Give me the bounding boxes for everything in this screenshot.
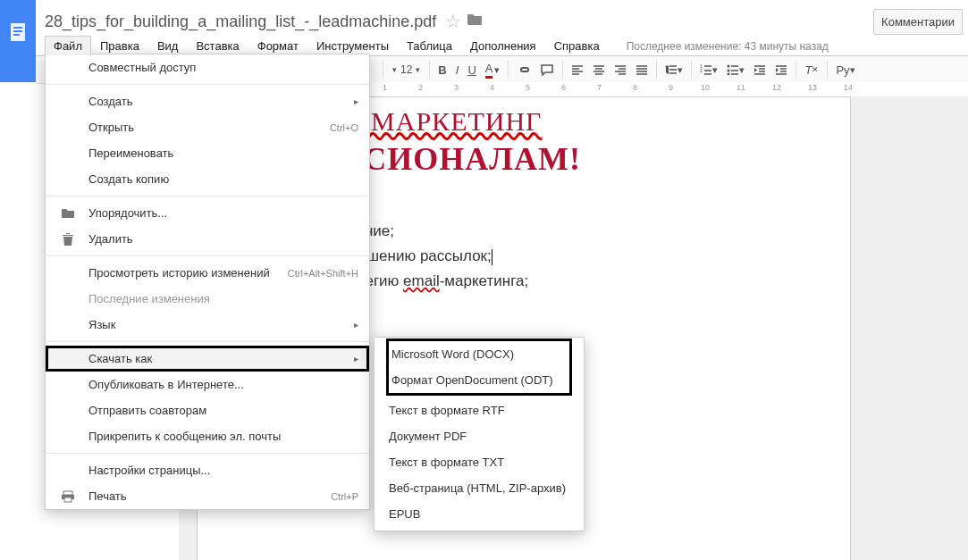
shortcut-label: Ctrl+Alt+Shift+H (288, 268, 358, 279)
menu-new[interactable]: Создать▸ (46, 88, 369, 114)
ruler-mark: 13 (808, 83, 817, 92)
ruler-mark: 14 (844, 83, 853, 92)
download-epub[interactable]: EPUB (375, 501, 584, 527)
print-icon (60, 490, 76, 503)
folder-icon[interactable] (467, 13, 483, 31)
menu-make-copy[interactable]: Создать копию (46, 166, 369, 192)
ruler-mark: 11 (737, 83, 745, 92)
title-row: 28_tips_for_building_a_mailing_list_-_le… (45, 11, 861, 32)
document-title[interactable]: 28_tips_for_building_a_mailing_list_-_le… (45, 13, 445, 31)
ruler-mark: 10 (701, 83, 710, 92)
svg-point-8 (728, 70, 730, 72)
align-center-button[interactable] (588, 60, 610, 79)
submenu-highlight-box: Microsoft Word (DOCX) Формат OpenDocumen… (386, 339, 572, 396)
ruler-mark: 5 (526, 83, 530, 92)
menu-publish[interactable]: Опубликовать в Интернете... (46, 372, 369, 397)
menu-file[interactable]: Файл (45, 36, 91, 56)
menu-separator (46, 84, 369, 85)
menu-open[interactable]: ОткрытьCtrl+O (46, 114, 369, 140)
download-html[interactable]: Веб-страница (HTML, ZIP-архив) (375, 475, 584, 501)
svg-rect-2 (13, 27, 22, 29)
last-saved-text: Последнее изменение: 43 минуты назад (627, 40, 829, 53)
ruler-mark: 2 (418, 83, 423, 92)
menu-email-collaborators[interactable]: Отправить соавторам (46, 397, 369, 423)
trash-icon (60, 232, 76, 247)
menu-table[interactable]: Таблица (398, 36, 461, 56)
decrease-indent-button[interactable] (749, 60, 770, 79)
comment-button[interactable] (535, 60, 559, 79)
svg-rect-10 (63, 491, 72, 495)
bold-button[interactable]: B (433, 60, 450, 79)
download-pdf[interactable]: Документ PDF (375, 423, 584, 449)
download-txt[interactable]: Текст в формате TXT (375, 449, 584, 475)
app-root: 28_tips_for_building_a_mailing_list_-_le… (0, 0, 968, 560)
submenu-arrow-icon: ▸ (354, 354, 358, 364)
menu-organize[interactable]: Упорядочить... (46, 200, 369, 226)
ruler-mark: 3 (454, 83, 459, 92)
menu-revision-history[interactable]: Просмотреть историю измененийCtrl+Alt+Sh… (46, 260, 369, 286)
link-button[interactable] (512, 60, 535, 79)
underline-button[interactable]: U (463, 60, 480, 79)
italic-button[interactable]: I (451, 60, 464, 79)
align-justify-button[interactable] (631, 60, 652, 79)
menu-email-attachment[interactable]: Прикрепить к сообщению эл. почты (46, 423, 369, 449)
menu-print[interactable]: ПечатьCtrl+P (46, 483, 369, 509)
ruler-mark: 12 (772, 83, 781, 92)
download-odt[interactable]: Формат OpenDocument (ODT) (389, 367, 569, 393)
menu-help[interactable]: Справка (545, 36, 609, 56)
menu-language[interactable]: Язык▸ (46, 312, 369, 338)
ruler-mark: 6 (561, 83, 566, 92)
font-size-selector[interactable]: ▾ 12 ▾ (387, 60, 425, 79)
menu-page-setup[interactable]: Настройки страницы... (46, 457, 369, 483)
numbered-list-button[interactable]: 12▾ (695, 60, 722, 79)
menu-recent-changes: Последние изменения (46, 286, 369, 312)
download-rtf[interactable]: Текст в формате RTF (375, 397, 584, 423)
menu-separator (46, 255, 369, 256)
download-docx[interactable]: Microsoft Word (DOCX) (389, 341, 569, 367)
shortcut-label: Ctrl+P (331, 491, 358, 502)
file-menu-dropdown: Совместный доступ Создать▸ ОткрытьCtrl+O… (45, 54, 370, 510)
spelling-button[interactable]: Ру▾ (831, 60, 859, 79)
line-spacing-button[interactable]: ▾ (661, 60, 687, 79)
bulleted-list-button[interactable]: ▾ (722, 60, 749, 79)
svg-rect-12 (64, 497, 72, 502)
svg-rect-4 (13, 34, 20, 36)
svg-rect-3 (13, 30, 22, 32)
font-size-value: 12 (400, 63, 412, 76)
menu-delete[interactable]: Удалить (46, 226, 369, 252)
menu-separator (46, 341, 369, 342)
docs-logo[interactable] (0, 0, 36, 82)
menu-download-as[interactable]: Скачать как▸ (46, 346, 369, 372)
svg-text:2: 2 (700, 68, 703, 73)
menu-separator (46, 196, 369, 196)
ruler-mark: 8 (633, 83, 637, 92)
menu-separator (46, 453, 369, 454)
ruler-mark: 9 (669, 83, 673, 92)
align-left-button[interactable] (567, 60, 588, 79)
svg-point-7 (728, 65, 730, 68)
align-right-button[interactable] (610, 60, 631, 79)
folder-icon (60, 207, 76, 220)
shortcut-label: Ctrl+O (330, 122, 358, 133)
submenu-arrow-icon: ▸ (354, 320, 358, 330)
ruler-mark: 4 (490, 83, 494, 92)
svg-point-9 (728, 73, 730, 76)
text-color-button[interactable]: A▾ (481, 60, 505, 79)
menu-addons[interactable]: Дополнения (461, 36, 545, 56)
ruler-mark: 1 (383, 83, 387, 92)
star-icon[interactable]: ☆ (445, 11, 461, 32)
clear-formatting-button[interactable]: T✕ (800, 60, 823, 79)
comments-button[interactable]: Комментарии (873, 9, 963, 35)
increase-indent-button[interactable] (770, 60, 792, 79)
menu-share[interactable]: Совместный доступ (46, 54, 369, 80)
ruler-mark: 7 (597, 83, 602, 92)
menu-rename[interactable]: Переименовать (46, 140, 369, 166)
download-as-submenu: Microsoft Word (DOCX) Формат OpenDocumen… (374, 337, 585, 531)
submenu-arrow-icon: ▸ (354, 96, 358, 106)
